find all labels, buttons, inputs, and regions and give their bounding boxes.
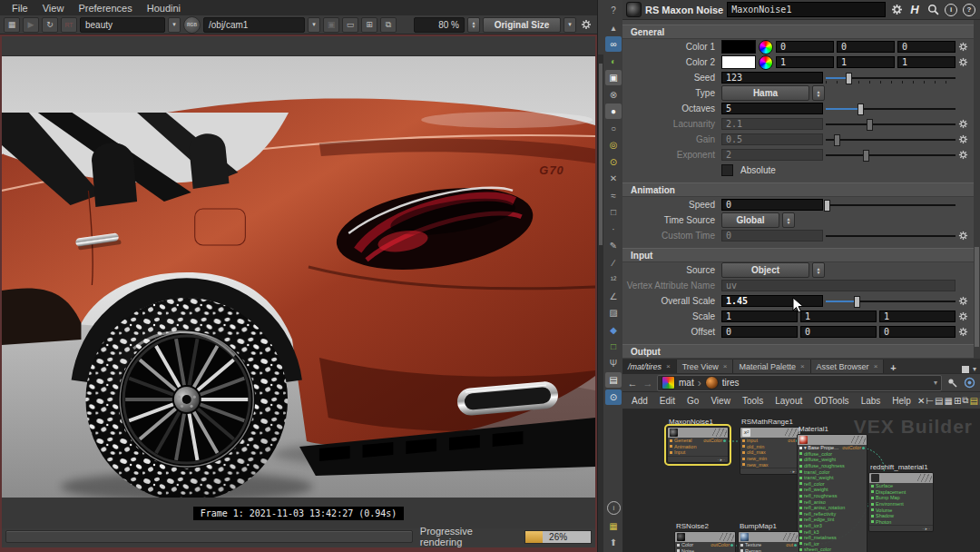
pane-split-icon[interactable] <box>962 366 969 373</box>
info-icon[interactable]: i <box>607 501 621 515</box>
section-output[interactable]: Output <box>622 344 974 359</box>
gear-menu-icon[interactable] <box>956 296 970 306</box>
node-maxonnoise1[interactable]: MaxonNoise1GeneraloutColorAnimationInput… <box>667 427 727 463</box>
follow-icon[interactable] <box>962 376 976 390</box>
menu-file[interactable]: File <box>5 2 34 15</box>
netmenu-view[interactable]: View <box>705 396 736 406</box>
menu-houdini[interactable]: Houdini <box>141 2 187 15</box>
display-options-icon[interactable]: ⊢ <box>926 396 934 406</box>
node-collapse-controls[interactable]: · ▸ · <box>869 525 933 531</box>
gear-menu-icon[interactable] <box>956 327 970 337</box>
netmenu-go[interactable]: Go <box>681 396 704 406</box>
diamond-icon[interactable]: ◆ <box>605 322 622 338</box>
netmenu-odtools[interactable]: ODTools <box>808 396 854 406</box>
param-slider[interactable] <box>826 149 956 161</box>
node-parameter-row[interactable]: refl_color <box>798 481 867 488</box>
netmenu-add[interactable]: Add <box>626 396 653 406</box>
node-parameter-row[interactable]: refl_ior3 <box>798 523 867 529</box>
node-parameter-row[interactable]: old_min <box>740 444 800 450</box>
node-parameter-row[interactable]: refl_edge_tint <box>798 517 867 523</box>
node-parameter-row[interactable]: refl_weight <box>798 487 867 493</box>
camera-icon[interactable]: □ <box>605 204 622 220</box>
tab-asset-browser[interactable]: Asset Browser× <box>811 360 885 373</box>
color-component-field[interactable]: 0 <box>837 41 895 53</box>
value-field[interactable]: 2.1 <box>721 118 823 130</box>
node-parameter-row[interactable]: Surface <box>869 483 933 489</box>
list-view-icon[interactable]: ▤ <box>935 396 943 406</box>
param-slider[interactable] <box>826 295 956 307</box>
size-dropdown-arrow[interactable]: ▾ <box>564 17 576 33</box>
box-icon[interactable]: □ <box>605 339 622 354</box>
pin-icon[interactable] <box>945 376 959 390</box>
node-parameter-row[interactable]: inputout <box>740 438 800 444</box>
gear-menu-icon[interactable] <box>956 134 970 144</box>
zoom-level-field[interactable]: 80 % <box>414 17 465 33</box>
gear-menu-icon[interactable] <box>956 311 970 321</box>
node-parameter-row[interactable]: refl_aniso_rotation <box>798 505 867 511</box>
node-parameter-row[interactable]: Shadow <box>869 513 933 519</box>
node-parameter-row[interactable]: refl_metalness <box>798 535 867 541</box>
dropdown-type[interactable]: Hama <box>721 85 809 101</box>
node-name-field[interactable]: MaxonNoise1 <box>727 2 886 17</box>
netmenu-tools[interactable]: Tools <box>737 396 769 406</box>
viewport-gear-icon[interactable] <box>579 17 593 32</box>
render-pass-selector[interactable]: beauty <box>80 17 165 33</box>
dropdown-time-source[interactable]: Global <box>721 212 779 228</box>
color-swatch[interactable] <box>721 55 756 69</box>
rt-icon[interactable]: RT <box>61 17 77 33</box>
info-icon[interactable]: i <box>944 3 958 17</box>
node-parameter-row[interactable]: new_min <box>740 456 800 462</box>
snapshot-upload-icon[interactable]: ⬆ <box>605 535 622 550</box>
node-parameter-row[interactable]: Remap <box>739 548 799 552</box>
vector-component-field[interactable]: 1 <box>721 310 798 322</box>
color-swatch[interactable] <box>721 40 756 54</box>
node-parameter-row[interactable]: ColoroutColor <box>675 542 735 548</box>
pen-icon[interactable]: ✎ <box>605 238 622 253</box>
node-parameter-row[interactable]: ▾ Base Prope…outColor <box>798 445 867 451</box>
dropdown-stepper[interactable]: ▲▼ <box>812 85 825 101</box>
add-image-icon[interactable]: ⊞ <box>361 17 377 33</box>
help-icon[interactable]: ? <box>605 3 622 18</box>
node-parameter-row[interactable]: refl_roughness <box>798 493 867 499</box>
node-parameter-row[interactable]: sheen_color <box>798 547 867 552</box>
vector-component-field[interactable]: 0 <box>800 326 877 338</box>
lock-icon[interactable]: ▣ <box>605 70 622 85</box>
node-rsmathrange1[interactable]: RSMathRange1x²inputoutold_minold_maxnew_… <box>740 427 799 475</box>
refresh-icon[interactable]: ↻ <box>42 17 58 33</box>
value-field[interactable]: 0 <box>721 199 823 211</box>
camera-dropdown-arrow[interactable]: ▾ <box>308 17 320 33</box>
breadcrumb-mat[interactable]: mat <box>679 378 694 388</box>
tab-close-icon[interactable]: × <box>666 362 671 370</box>
transform-icon[interactable]: ✕ <box>605 171 622 186</box>
value-field[interactable]: 123 <box>721 72 823 84</box>
tab-close-icon[interactable]: × <box>800 362 805 370</box>
breadcrumb-tires[interactable]: tires <box>722 378 740 388</box>
forward-button[interactable]: → <box>642 378 654 389</box>
node-material1[interactable]: Material1▾ Base Prope…outColordiffuse_co… <box>797 434 866 552</box>
angle-icon[interactable]: ∠ <box>605 289 622 304</box>
color-wheel-icon[interactable] <box>759 40 773 54</box>
netmenu-layout[interactable]: Layout <box>769 396 808 406</box>
menu-preferences[interactable]: Preferences <box>72 2 138 15</box>
color-palette-icon[interactable]: ▦ <box>944 396 952 406</box>
value-field[interactable]: 0.5 <box>721 133 823 145</box>
gear-menu-icon[interactable] <box>956 42 970 52</box>
no-image-icon[interactable]: ▨ <box>605 305 622 320</box>
color-component-field[interactable]: 0 <box>897 41 956 53</box>
axis-icon[interactable]: Ψ <box>605 356 622 371</box>
gear-menu-icon[interactable] <box>956 231 970 241</box>
light-icon[interactable]: ○ <box>605 121 622 136</box>
node-bumpmap1[interactable]: BumpMap1TextureoutRemap <box>738 531 798 552</box>
node-parameter-row[interactable]: diffuse_color <box>798 451 867 458</box>
section-animation[interactable]: Animation <box>622 182 974 197</box>
rgb-channel-icon[interactable]: RGB <box>183 16 201 34</box>
node-parameter-row[interactable]: refl_aniso <box>798 498 867 505</box>
node-parameter-row[interactable]: Textureout <box>739 542 799 548</box>
param-slider[interactable] <box>826 230 956 242</box>
play-icon[interactable]: ▶ <box>23 17 39 33</box>
help-icon[interactable]: ? <box>962 3 976 17</box>
node-parameter-row[interactable]: Environment <box>869 501 933 508</box>
copy-image-icon[interactable]: ⧉ <box>380 17 397 33</box>
tools-icon[interactable]: ✕ <box>917 396 925 406</box>
node-parameter-row[interactable]: diffuse_weight <box>798 457 867 463</box>
